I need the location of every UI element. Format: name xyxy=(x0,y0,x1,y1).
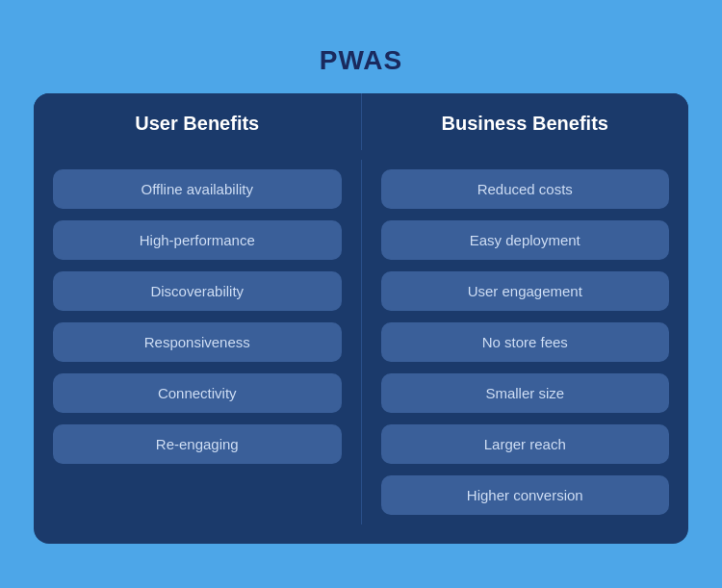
user-benefit-item: High-performance xyxy=(53,220,342,260)
user-benefit-item: Re-engaging xyxy=(53,424,342,464)
main-card: User Benefits Business Benefits Offline … xyxy=(34,93,688,544)
columns-header: User Benefits Business Benefits xyxy=(34,93,688,150)
user-benefit-item: Discoverability xyxy=(53,271,342,311)
business-benefit-item: Smaller size xyxy=(381,373,670,413)
user-benefit-item: Responsiveness xyxy=(53,322,342,362)
business-benefit-item: Easy deployment xyxy=(381,220,670,260)
business-benefits-header: Business Benefits xyxy=(362,93,689,150)
user-benefits-header: User Benefits xyxy=(34,93,362,150)
page-title: PWAS xyxy=(320,45,402,76)
business-benefit-item: Reduced costs xyxy=(381,169,670,209)
business-benefit-item: Higher conversion xyxy=(381,475,670,515)
business-benefit-item: User engagement xyxy=(381,271,670,311)
business-benefit-item: Larger reach xyxy=(381,424,670,464)
user-benefits-list: Offline availabilityHigh-performanceDisc… xyxy=(34,160,362,524)
user-benefit-item: Connectivity xyxy=(53,373,342,413)
business-benefits-list: Reduced costsEasy deploymentUser engagem… xyxy=(362,160,689,524)
columns-body: Offline availabilityHigh-performanceDisc… xyxy=(34,150,688,544)
business-benefit-item: No store fees xyxy=(381,322,670,362)
user-benefit-item: Offline availability xyxy=(53,169,342,209)
